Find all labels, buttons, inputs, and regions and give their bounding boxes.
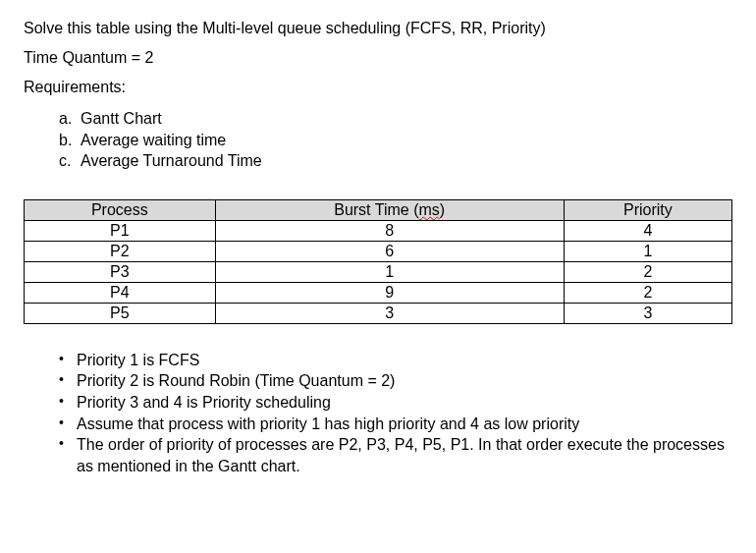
cell-process: P2 xyxy=(25,241,216,261)
cell-priority: 2 xyxy=(564,282,731,303)
note-item: The order of priority of processes are P… xyxy=(59,434,732,476)
list-marker: c. xyxy=(59,150,81,172)
note-item: Assume that process with priority 1 has … xyxy=(59,414,732,435)
cell-priority: 3 xyxy=(564,303,731,323)
cell-process: P5 xyxy=(25,303,216,323)
table-row: P5 3 3 xyxy=(25,303,732,323)
problem-title: Solve this table using the Multi-level q… xyxy=(24,20,732,37)
cell-priority: 1 xyxy=(564,241,731,261)
notes-list: Priority 1 is FCFS Priority 2 is Round R… xyxy=(24,350,732,477)
process-table: Process Burst Time (ms) Priority P1 8 4 … xyxy=(24,199,732,324)
cell-priority: 2 xyxy=(564,261,731,282)
header-burst-unit: ms xyxy=(418,201,439,218)
header-burst-prefix: Burst Time ( xyxy=(334,201,418,218)
cell-burst: 3 xyxy=(215,303,564,323)
cell-process: P3 xyxy=(25,261,216,282)
header-process: Process xyxy=(25,199,216,220)
cell-burst: 9 xyxy=(215,282,564,303)
time-quantum: Time Quantum = 2 xyxy=(24,49,732,67)
header-burst-suffix: ) xyxy=(440,201,445,218)
requirements-list: a.Gantt Chart b.Average waiting time c.A… xyxy=(24,108,732,172)
requirements-label: Requirements: xyxy=(24,79,732,96)
cell-burst: 6 xyxy=(215,241,564,261)
header-burst-time: Burst Time (ms) xyxy=(215,199,564,220)
list-item: c.Average Turnaround Time xyxy=(59,150,732,172)
table-row: P4 9 2 xyxy=(25,282,732,303)
table-row: P2 6 1 xyxy=(25,241,732,261)
table-row: P1 8 4 xyxy=(25,220,732,241)
cell-burst: 1 xyxy=(215,261,564,282)
list-marker: a. xyxy=(59,108,81,130)
list-text: Average Turnaround Time xyxy=(81,152,262,169)
cell-process: P1 xyxy=(25,220,216,241)
cell-priority: 4 xyxy=(564,220,731,241)
cell-burst: 8 xyxy=(215,220,564,241)
list-marker: b. xyxy=(59,130,81,151)
header-priority: Priority xyxy=(564,199,731,220)
list-text: Average waiting time xyxy=(81,132,226,148)
list-text: Gantt Chart xyxy=(81,110,162,127)
note-item: Priority 3 and 4 is Priority scheduling xyxy=(59,392,732,414)
list-item: b.Average waiting time xyxy=(59,130,732,151)
note-item: Priority 1 is FCFS xyxy=(59,350,732,371)
note-item: Priority 2 is Round Robin (Time Quantum … xyxy=(59,370,732,392)
list-item: a.Gantt Chart xyxy=(59,108,732,130)
table-row: P3 1 2 xyxy=(25,261,732,282)
cell-process: P4 xyxy=(25,282,216,303)
table-header-row: Process Burst Time (ms) Priority xyxy=(25,199,732,220)
